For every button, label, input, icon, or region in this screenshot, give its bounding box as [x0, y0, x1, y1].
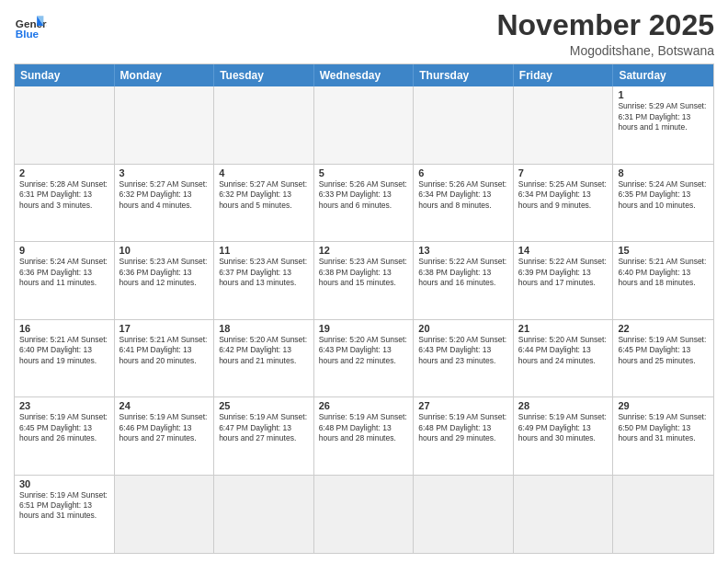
day-number: 17 [119, 323, 210, 334]
day-info: Sunrise: 5:22 AM Sunset: 6:38 PM Dayligh… [418, 257, 508, 288]
day-cell-5: 5Sunrise: 5:26 AM Sunset: 6:33 PM Daylig… [314, 165, 415, 241]
day-info: Sunrise: 5:19 AM Sunset: 6:49 PM Dayligh… [518, 412, 609, 443]
day-number: 24 [119, 400, 210, 411]
day-cell-2: 2Sunrise: 5:28 AM Sunset: 6:31 PM Daylig… [15, 165, 115, 241]
day-info: Sunrise: 5:21 AM Sunset: 6:40 PM Dayligh… [618, 257, 709, 288]
day-cell-6: 6Sunrise: 5:26 AM Sunset: 6:34 PM Daylig… [414, 165, 514, 241]
day-headers: SundayMondayTuesdayWednesdayThursdayFrid… [15, 64, 713, 86]
day-number: 22 [618, 323, 709, 334]
day-number: 29 [618, 400, 709, 411]
day-number: 12 [319, 245, 409, 256]
day-header-sunday: Sunday [15, 64, 115, 86]
day-number: 2 [19, 167, 109, 178]
day-number: 15 [618, 245, 709, 256]
empty-cell [314, 476, 415, 553]
day-info: Sunrise: 5:19 AM Sunset: 6:45 PM Dayligh… [618, 335, 709, 366]
day-header-tuesday: Tuesday [214, 64, 314, 86]
day-cell-26: 26Sunrise: 5:19 AM Sunset: 6:48 PM Dayli… [314, 397, 415, 474]
day-info: Sunrise: 5:21 AM Sunset: 6:41 PM Dayligh… [119, 335, 210, 366]
day-number: 13 [418, 245, 508, 256]
empty-cell [414, 476, 514, 553]
week-row-2: 9Sunrise: 5:24 AM Sunset: 6:36 PM Daylig… [15, 242, 713, 319]
day-number: 9 [19, 245, 109, 256]
day-info: Sunrise: 5:19 AM Sunset: 6:50 PM Dayligh… [618, 412, 709, 443]
day-header-thursday: Thursday [414, 64, 514, 86]
day-number: 6 [418, 167, 508, 178]
day-cell-30: 30Sunrise: 5:19 AM Sunset: 6:51 PM Dayli… [15, 476, 115, 553]
day-number: 27 [418, 400, 508, 411]
day-number: 11 [219, 245, 309, 256]
day-number: 16 [19, 323, 109, 334]
day-info: Sunrise: 5:23 AM Sunset: 6:37 PM Dayligh… [219, 257, 309, 288]
day-cell-19: 19Sunrise: 5:20 AM Sunset: 6:43 PM Dayli… [314, 320, 415, 396]
empty-cell [414, 86, 514, 163]
day-cell-28: 28Sunrise: 5:19 AM Sunset: 6:49 PM Dayli… [514, 397, 614, 474]
day-cell-17: 17Sunrise: 5:21 AM Sunset: 6:41 PM Dayli… [115, 320, 215, 396]
location: Mogoditshane, Botswana [496, 43, 714, 58]
day-cell-8: 8Sunrise: 5:24 AM Sunset: 6:35 PM Daylig… [613, 165, 713, 241]
empty-cell [514, 476, 614, 553]
week-row-0: 1Sunrise: 5:29 AM Sunset: 6:31 PM Daylig… [15, 86, 713, 164]
empty-cell [514, 86, 614, 163]
week-row-4: 23Sunrise: 5:19 AM Sunset: 6:45 PM Dayli… [15, 397, 713, 475]
day-info: Sunrise: 5:24 AM Sunset: 6:35 PM Dayligh… [618, 179, 709, 211]
day-cell-11: 11Sunrise: 5:23 AM Sunset: 6:37 PM Dayli… [214, 242, 314, 318]
day-cell-9: 9Sunrise: 5:24 AM Sunset: 6:36 PM Daylig… [15, 242, 115, 318]
day-cell-7: 7Sunrise: 5:25 AM Sunset: 6:34 PM Daylig… [514, 165, 614, 241]
title-block: November 2025 Mogoditshane, Botswana [496, 9, 714, 58]
day-info: Sunrise: 5:26 AM Sunset: 6:34 PM Dayligh… [418, 179, 508, 211]
day-cell-14: 14Sunrise: 5:22 AM Sunset: 6:39 PM Dayli… [514, 242, 614, 318]
empty-cell [613, 476, 713, 553]
day-cell-29: 29Sunrise: 5:19 AM Sunset: 6:50 PM Dayli… [613, 397, 713, 474]
header: General Blue November 2025 Mogoditshane,… [14, 9, 714, 58]
day-cell-18: 18Sunrise: 5:20 AM Sunset: 6:42 PM Dayli… [214, 320, 314, 396]
day-info: Sunrise: 5:24 AM Sunset: 6:36 PM Dayligh… [19, 257, 109, 288]
day-number: 30 [19, 478, 109, 489]
day-info: Sunrise: 5:19 AM Sunset: 6:48 PM Dayligh… [418, 412, 508, 443]
day-info: Sunrise: 5:28 AM Sunset: 6:31 PM Dayligh… [19, 179, 109, 211]
day-info: Sunrise: 5:23 AM Sunset: 6:36 PM Dayligh… [119, 257, 210, 288]
day-cell-20: 20Sunrise: 5:20 AM Sunset: 6:43 PM Dayli… [414, 320, 514, 396]
day-cell-15: 15Sunrise: 5:21 AM Sunset: 6:40 PM Dayli… [613, 242, 713, 318]
day-number: 20 [418, 323, 508, 334]
day-info: Sunrise: 5:19 AM Sunset: 6:47 PM Dayligh… [219, 412, 309, 443]
week-row-3: 16Sunrise: 5:21 AM Sunset: 6:40 PM Dayli… [15, 320, 713, 397]
day-number: 10 [119, 245, 210, 256]
week-row-1: 2Sunrise: 5:28 AM Sunset: 6:31 PM Daylig… [15, 165, 713, 242]
logo: General Blue [14, 9, 47, 42]
day-info: Sunrise: 5:22 AM Sunset: 6:39 PM Dayligh… [518, 257, 609, 288]
day-info: Sunrise: 5:20 AM Sunset: 6:43 PM Dayligh… [418, 335, 508, 366]
day-cell-4: 4Sunrise: 5:27 AM Sunset: 6:32 PM Daylig… [214, 165, 314, 241]
day-number: 25 [219, 400, 309, 411]
empty-cell [214, 476, 314, 553]
day-info: Sunrise: 5:23 AM Sunset: 6:38 PM Dayligh… [319, 257, 409, 288]
empty-cell [214, 86, 314, 163]
day-cell-25: 25Sunrise: 5:19 AM Sunset: 6:47 PM Dayli… [214, 397, 314, 474]
day-number: 1 [618, 89, 709, 100]
day-cell-13: 13Sunrise: 5:22 AM Sunset: 6:38 PM Dayli… [414, 242, 514, 318]
day-cell-27: 27Sunrise: 5:19 AM Sunset: 6:48 PM Dayli… [414, 397, 514, 474]
empty-cell [314, 86, 415, 163]
day-number: 23 [19, 400, 109, 411]
day-cell-16: 16Sunrise: 5:21 AM Sunset: 6:40 PM Dayli… [15, 320, 115, 396]
day-number: 21 [518, 323, 609, 334]
day-info: Sunrise: 5:20 AM Sunset: 6:42 PM Dayligh… [219, 335, 309, 366]
day-number: 8 [618, 167, 709, 178]
day-number: 14 [518, 245, 609, 256]
day-cell-12: 12Sunrise: 5:23 AM Sunset: 6:38 PM Dayli… [314, 242, 415, 318]
day-info: Sunrise: 5:27 AM Sunset: 6:32 PM Dayligh… [219, 179, 309, 211]
day-info: Sunrise: 5:19 AM Sunset: 6:46 PM Dayligh… [119, 412, 210, 443]
day-number: 18 [219, 323, 309, 334]
day-cell-10: 10Sunrise: 5:23 AM Sunset: 6:36 PM Dayli… [115, 242, 215, 318]
day-info: Sunrise: 5:20 AM Sunset: 6:43 PM Dayligh… [319, 335, 409, 366]
day-info: Sunrise: 5:20 AM Sunset: 6:44 PM Dayligh… [518, 335, 609, 366]
day-cell-3: 3Sunrise: 5:27 AM Sunset: 6:32 PM Daylig… [115, 165, 215, 241]
day-info: Sunrise: 5:29 AM Sunset: 6:31 PM Dayligh… [618, 101, 709, 132]
day-info: Sunrise: 5:19 AM Sunset: 6:51 PM Dayligh… [19, 490, 109, 522]
day-header-wednesday: Wednesday [314, 64, 415, 86]
day-header-monday: Monday [115, 64, 215, 86]
day-info: Sunrise: 5:25 AM Sunset: 6:34 PM Dayligh… [518, 179, 609, 211]
day-header-saturday: Saturday [613, 64, 713, 86]
day-info: Sunrise: 5:27 AM Sunset: 6:32 PM Dayligh… [119, 179, 210, 211]
day-number: 7 [518, 167, 609, 178]
